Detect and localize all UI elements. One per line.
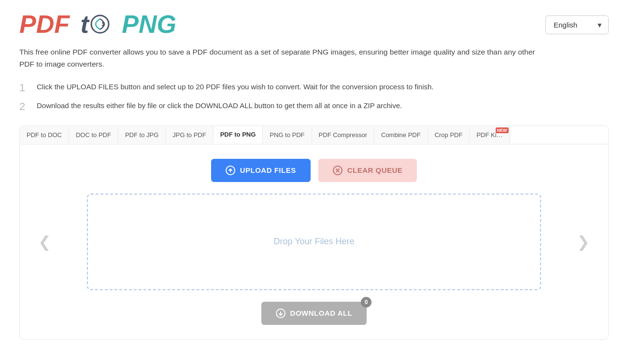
step-number-1: 1	[19, 81, 37, 94]
header: PDF t PNG English Spanish French German …	[19, 12, 609, 37]
logo-pdf: PDF	[19, 12, 70, 37]
logo-to: t	[73, 12, 118, 37]
step-text-1: Click the UPLOAD FILES button and select…	[37, 81, 433, 93]
step-text-2: Download the results either file by file…	[37, 100, 402, 112]
download-all-wrapper: DOWNLOAD ALL 0	[29, 302, 599, 325]
converter-area: UPLOAD FILES CLEAR QUEUE ❮ Drop Your Fil…	[19, 144, 609, 340]
tab-doc-to-pdf[interactable]: DOC to PDF	[69, 126, 118, 143]
tab-pdf-to-jpg[interactable]: PDF to JPG	[118, 126, 166, 143]
new-badge: NEW	[496, 127, 509, 134]
drop-zone-wrapper: ❮ Drop Your Files Here ❯	[29, 194, 599, 290]
tab-png-to-pdf[interactable]: PNG to PDF	[263, 126, 312, 143]
tabs-bar: PDF to DOC DOC to PDF PDF to JPG JPG to …	[19, 126, 609, 144]
description-text: This free online PDF converter allows yo…	[19, 46, 551, 70]
download-all-label: DOWNLOAD ALL	[290, 309, 353, 317]
logo: PDF t PNG	[19, 12, 176, 37]
tab-pdf-compressor[interactable]: PDF Compressor	[312, 126, 374, 143]
step-2: 2 Download the results either file by fi…	[19, 100, 609, 113]
download-all-button[interactable]: DOWNLOAD ALL 0	[261, 302, 367, 325]
language-select-input[interactable]: English Spanish French German Chinese Ja…	[545, 15, 609, 34]
logo-to-icon	[90, 14, 110, 34]
tab-pdf-to-doc[interactable]: PDF to DOC	[20, 126, 69, 143]
tab-pdf-to-png[interactable]: PDF to PNG	[214, 126, 263, 144]
clear-queue-button[interactable]: CLEAR QUEUE	[318, 159, 417, 182]
x-circle-icon	[333, 166, 343, 175]
svg-point-0	[91, 15, 109, 33]
tab-combine-pdf[interactable]: Combine PDF	[374, 126, 428, 143]
upload-files-label: UPLOAD FILES	[240, 166, 296, 174]
download-icon	[276, 308, 285, 318]
drop-zone-text: Drop Your Files Here	[273, 237, 354, 247]
carousel-right-arrow[interactable]: ❯	[573, 229, 594, 255]
step-1: 1 Click the UPLOAD FILES button and sele…	[19, 81, 609, 94]
converter-buttons: UPLOAD FILES CLEAR QUEUE	[29, 159, 599, 182]
upload-icon	[226, 166, 235, 175]
language-selector[interactable]: English Spanish French German Chinese Ja…	[545, 15, 609, 34]
download-count-badge: 0	[361, 297, 371, 308]
carousel-left-arrow[interactable]: ❮	[34, 229, 55, 255]
drop-zone[interactable]: Drop Your Files Here	[87, 194, 541, 290]
tab-jpg-to-pdf[interactable]: JPG to PDF	[166, 126, 213, 143]
tab-crop-pdf[interactable]: Crop PDF	[428, 126, 470, 143]
step-number-2: 2	[19, 100, 37, 113]
clear-queue-label: CLEAR QUEUE	[347, 166, 403, 174]
upload-files-button[interactable]: UPLOAD FILES	[211, 159, 311, 182]
page-wrapper: PDF t PNG English Spanish French German …	[0, 0, 628, 364]
logo-png: PNG	[122, 12, 176, 37]
tab-pdf-kit[interactable]: PDF Ki… NEW	[470, 126, 510, 143]
steps-list: 1 Click the UPLOAD FILES button and sele…	[19, 81, 609, 113]
